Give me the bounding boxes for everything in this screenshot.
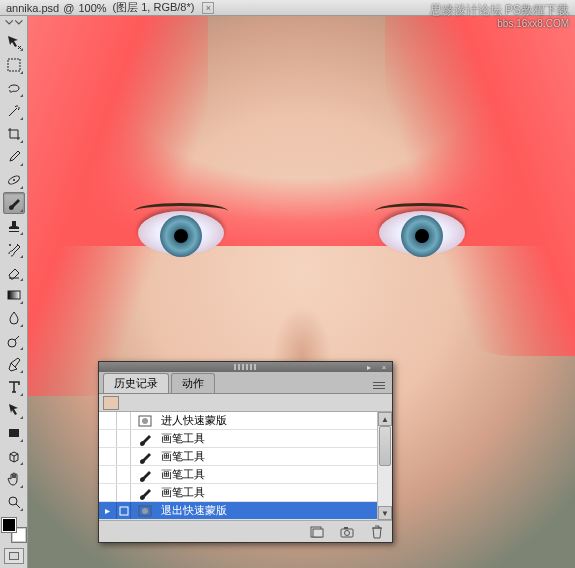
eraser-tool[interactable] [3,261,25,283]
zoom-level: 100% [78,2,106,14]
3d-tool[interactable] [3,445,25,467]
toolbox-expand[interactable] [2,18,26,28]
history-step-icon [135,503,155,519]
blur-tool[interactable] [3,307,25,329]
history-source-col[interactable] [99,412,117,429]
history-step-label: 画笔工具 [159,485,392,500]
scroll-thumb[interactable] [379,426,391,466]
path-select-tool[interactable] [3,399,25,421]
history-brush-src-col[interactable] [117,466,131,483]
history-step-label: 画笔工具 [159,431,392,446]
svg-point-16 [345,530,350,535]
svg-rect-4 [8,291,20,299]
trash-icon[interactable] [368,524,386,540]
svg-point-12 [142,508,148,514]
brush-tool[interactable] [3,192,25,214]
history-step-icon [135,413,155,429]
history-step-label: 退出快速蒙版 [159,503,392,518]
history-brush-tool[interactable] [3,238,25,260]
history-step-icon [135,467,155,483]
color-swatches[interactable] [2,518,26,542]
svg-point-2 [13,179,15,181]
snapshot-icon[interactable] [338,524,356,540]
stamp-tool[interactable] [3,215,25,237]
svg-rect-10 [120,507,128,515]
tab-history[interactable]: 历史记录 [103,373,169,393]
history-panel: ▸ × 历史记录 动作 进人快速蒙版画笔工具画笔工具画笔工具画笔工具▸退出快速蒙… [98,361,393,543]
panel-collapse-button[interactable]: ▸ [364,363,374,371]
crop-tool[interactable] [3,123,25,145]
history-source-col[interactable]: ▸ [99,502,117,519]
hand-tool[interactable] [3,468,25,490]
svg-point-3 [9,244,11,246]
history-row[interactable]: 画笔工具 [99,466,392,484]
svg-point-9 [142,418,148,424]
panel-flyout-menu[interactable] [370,379,388,393]
history-row[interactable]: 进人快速蒙版 [99,412,392,430]
history-step-icon [135,485,155,501]
wand-tool[interactable] [3,100,25,122]
lasso-tool[interactable] [3,77,25,99]
history-brush-src-col[interactable] [117,430,131,447]
history-step-label: 进人快速蒙版 [159,413,392,428]
history-step-icon [135,449,155,465]
shape-tool[interactable] [3,422,25,444]
foreground-color-swatch[interactable] [2,518,16,532]
new-doc-from-state-icon[interactable] [308,524,326,540]
gradient-tool[interactable] [3,284,25,306]
svg-rect-14 [313,529,323,537]
history-brush-src-col[interactable] [117,412,131,429]
move-tool[interactable] [3,31,25,53]
history-step-icon [135,431,155,447]
svg-point-5 [8,339,16,347]
close-tab-button[interactable]: × [202,2,214,14]
healing-tool[interactable] [3,169,25,191]
tab-actions[interactable]: 动作 [171,373,215,393]
toolbox [0,16,28,568]
svg-rect-6 [9,429,19,437]
layer-info: (图层 1, RGB/8*) [113,0,195,15]
history-row[interactable]: 画笔工具 [99,484,392,502]
eyedropper-tool[interactable] [3,146,25,168]
type-tool[interactable] [3,376,25,398]
history-step-label: 画笔工具 [159,449,392,464]
history-row[interactable]: 画笔工具 [99,430,392,448]
panel-drag-bar[interactable]: ▸ × [99,362,392,372]
quickmask-toggle[interactable] [4,548,24,564]
history-brush-src-col[interactable] [117,484,131,501]
history-brush-src-col[interactable] [117,448,131,465]
scroll-up-button[interactable]: ▲ [378,412,392,426]
history-brush-src-col[interactable] [117,502,131,519]
history-row[interactable]: ▸退出快速蒙版 [99,502,392,520]
scroll-down-button[interactable]: ▼ [378,506,392,520]
history-row[interactable]: 画笔工具 [99,448,392,466]
history-source-col[interactable] [99,466,117,483]
dodge-tool[interactable] [3,330,25,352]
svg-rect-0 [8,59,20,71]
history-source-col[interactable] [99,448,117,465]
filename: annika.psd [6,2,59,14]
snapshot-row[interactable] [99,394,392,412]
history-source-col[interactable] [99,430,117,447]
svg-point-7 [9,497,17,505]
watermark: 思缘设计论坛 PS教程下载 bbs.16xx8.COM [430,3,569,31]
history-step-label: 画笔工具 [159,467,392,482]
panel-close-button[interactable]: × [379,363,389,371]
pen-tool[interactable] [3,353,25,375]
snapshot-thumb [103,396,119,410]
history-list: 进人快速蒙版画笔工具画笔工具画笔工具画笔工具▸退出快速蒙版 ▲ ▼ [99,412,392,520]
panel-footer [99,520,392,542]
canvas[interactable]: ▸ × 历史记录 动作 进人快速蒙版画笔工具画笔工具画笔工具画笔工具▸退出快速蒙… [28,16,575,568]
svg-rect-17 [344,527,348,529]
marquee-tool[interactable] [3,54,25,76]
zoom-tool[interactable] [3,491,25,513]
history-source-col[interactable] [99,484,117,501]
history-scrollbar[interactable]: ▲ ▼ [377,412,392,520]
